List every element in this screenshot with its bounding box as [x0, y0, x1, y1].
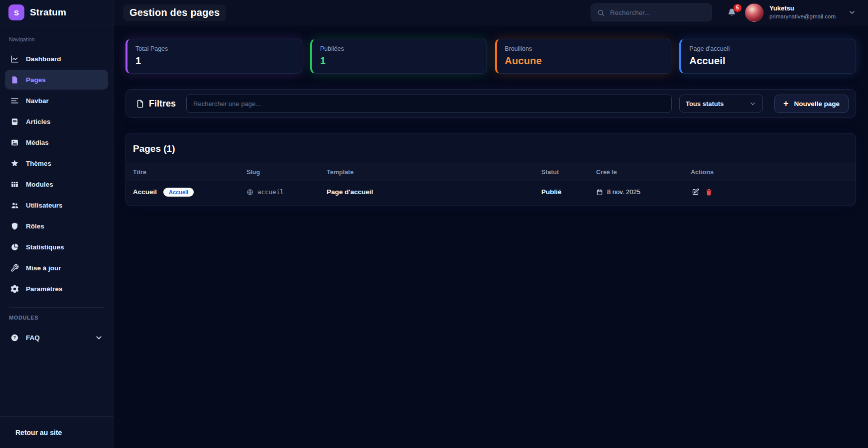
calendar-icon — [596, 189, 603, 196]
delete-page-button[interactable] — [704, 187, 714, 197]
svg-text:?: ? — [13, 335, 15, 340]
user-email: primarynative@gmail.com — [769, 13, 836, 20]
sidebar-item-label: Pages — [26, 76, 46, 84]
brand[interactable]: S Stratum — [0, 0, 113, 25]
app-root: S Stratum Navigation Dashboard Pages — [0, 0, 868, 448]
stat-value: Aucune — [505, 55, 663, 67]
stat-label: Publiées — [320, 45, 479, 52]
sidebar-item-faq[interactable]: ? FAQ — [5, 328, 108, 347]
notifications-button[interactable]: 5 — [727, 8, 737, 17]
new-page-button[interactable]: + Nouvelle page — [774, 95, 849, 113]
chevron-down-icon — [749, 100, 756, 108]
cell-titre: Accueil Accueil — [133, 188, 247, 197]
column-header-cree-le: Créé le — [596, 169, 691, 176]
stat-value: 1 — [135, 55, 294, 67]
sidebar-item-medias[interactable]: Médias — [5, 132, 108, 152]
filters-bar: Filtres Tous statuts + Nouvelle page — [125, 89, 856, 118]
stat-value: Accueil — [689, 55, 848, 67]
wrench-icon — [10, 263, 19, 272]
stats-row: Total Pages 1 Publiées 1 Brouillons Aucu… — [125, 39, 856, 74]
globe-icon — [247, 189, 253, 196]
sidebar-item-label: FAQ — [26, 334, 40, 341]
sidebar-item-articles[interactable]: Articles — [5, 112, 108, 131]
sidebar-item-navbar[interactable]: Navbar — [5, 91, 108, 111]
global-search-input[interactable] — [609, 8, 706, 17]
sidebar-item-label: Paramètres — [26, 285, 63, 293]
page-title: Gestion des pages — [123, 4, 226, 21]
column-header-actions: Actions — [691, 169, 849, 176]
menu-bars-icon — [10, 96, 19, 105]
cell-cree-le: 8 nov. 2025 — [596, 188, 691, 196]
avatar[interactable] — [745, 3, 763, 22]
sidebar-item-utilisateurs[interactable]: Utilisateurs — [5, 195, 108, 215]
back-to-site-link[interactable]: Retour au site — [15, 429, 62, 437]
stat-card: Brouillons Aucune — [495, 39, 672, 74]
sidebar-item-label: Thèmes — [26, 160, 51, 167]
sidebar-item-label: Navbar — [26, 97, 49, 105]
stat-label: Page d'accueil — [689, 45, 848, 52]
column-header-titre: Titre — [133, 169, 247, 176]
cell-actions — [691, 187, 849, 197]
stat-card: Publiées 1 — [310, 39, 487, 74]
brand-logo-icon: S — [8, 4, 24, 20]
shield-icon — [10, 222, 19, 230]
table-row: Accueil Accueil accueil Page d'accueil P… — [126, 181, 856, 203]
edit-icon — [692, 188, 699, 196]
slug-text: accueil — [257, 188, 284, 196]
sidebar-divider — [9, 307, 104, 308]
user-name: Yuketsu — [769, 4, 836, 13]
stat-card: Total Pages 1 — [125, 39, 302, 74]
sidebar-item-pages[interactable]: Pages — [5, 70, 108, 90]
cell-statut: Publié — [541, 188, 596, 196]
sidebar-item-modules[interactable]: Modules — [5, 174, 108, 194]
image-icon — [10, 138, 19, 147]
status-filter-select[interactable]: Tous statuts — [679, 95, 763, 112]
chevron-down-icon — [94, 333, 103, 342]
stat-value: 1 — [320, 55, 479, 67]
sidebar-item-mise-a-jour[interactable]: Mise à jour — [5, 258, 108, 278]
page-search-input[interactable] — [186, 95, 672, 112]
created-date-text: 8 nov. 2025 — [607, 188, 640, 196]
cell-slug: accueil — [247, 188, 327, 196]
topbar-right: 5 Yuketsu primarynative@gmail.com — [591, 3, 856, 22]
sidebar-item-label: Médias — [26, 139, 49, 146]
status-filter-value: Tous statuts — [686, 100, 724, 108]
sidebar-item-dashboard[interactable]: Dashboard — [5, 49, 108, 69]
content: Total Pages 1 Publiées 1 Brouillons Aucu… — [114, 25, 868, 206]
global-search[interactable] — [591, 3, 712, 21]
sidebar-item-themes[interactable]: Thèmes — [5, 153, 108, 173]
column-header-slug: Slug — [247, 169, 327, 176]
home-badge: Accueil — [163, 188, 194, 197]
sidebar-item-parametres[interactable]: Paramètres — [5, 279, 108, 299]
table-title: Pages (1) — [133, 143, 849, 154]
gear-icon — [10, 284, 19, 293]
user-menu-chevron-icon[interactable] — [848, 8, 856, 16]
stat-label: Brouillons — [505, 45, 663, 52]
edit-page-button[interactable] — [691, 187, 700, 197]
sidebar-item-label: Dashboard — [26, 55, 61, 63]
question-circle-icon: ? — [10, 333, 19, 342]
user-meta: Yuketsu primarynative@gmail.com — [769, 4, 836, 20]
pie-chart-icon — [10, 242, 19, 251]
chart-line-icon — [10, 54, 19, 63]
sidebar: S Stratum Navigation Dashboard Pages — [0, 0, 114, 448]
file-outline-icon — [136, 100, 144, 108]
main-area: Gestion des pages 5 Yuketsu primarynativ… — [114, 0, 868, 448]
sidebar-item-roles[interactable]: Rôles — [5, 216, 108, 236]
stat-label: Total Pages — [135, 45, 294, 52]
filters-title: Filtres — [133, 99, 179, 109]
plus-icon: + — [783, 99, 789, 108]
trash-icon — [705, 188, 713, 196]
modules-section-label: MODULES — [5, 315, 108, 327]
page-title-text: Accueil — [133, 188, 157, 196]
brand-name: Stratum — [30, 7, 66, 18]
search-icon — [597, 9, 605, 16]
sidebar-item-label: Statistiques — [26, 243, 64, 251]
topbar: Gestion des pages 5 Yuketsu primarynativ… — [114, 0, 868, 25]
star-icon — [10, 159, 19, 168]
sidebar-item-statistiques[interactable]: Statistiques — [5, 237, 108, 257]
table-grid-icon — [10, 180, 19, 189]
sidebar-footer: Retour au site — [0, 416, 113, 448]
book-icon — [10, 117, 19, 126]
sidebar-item-label: Utilisateurs — [26, 202, 63, 209]
